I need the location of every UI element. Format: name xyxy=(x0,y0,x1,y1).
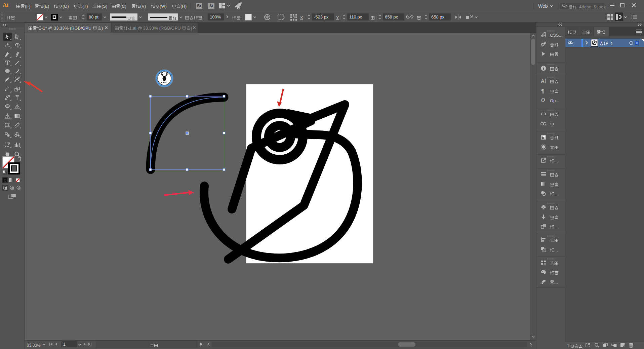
svg-text:¶: ¶ xyxy=(541,88,544,94)
svg-text:O: O xyxy=(541,97,545,103)
svg-text:A: A xyxy=(541,78,545,84)
